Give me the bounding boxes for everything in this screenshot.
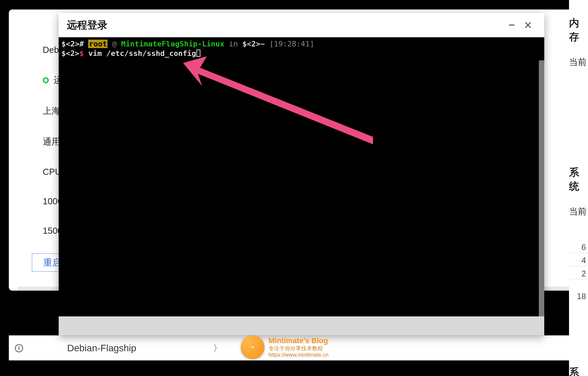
right-metrics-panel: 内存 当前 系统 当前 6 4 2 18 系统 bbox=[569, 0, 588, 376]
close-button[interactable] bbox=[520, 17, 536, 33]
prompt-in: in bbox=[224, 40, 242, 48]
modal-footer bbox=[59, 316, 544, 335]
close-icon bbox=[524, 21, 532, 29]
terminal-cursor-icon bbox=[196, 49, 200, 57]
right-n4: 18 bbox=[569, 289, 588, 302]
modal-title: 远程登录 bbox=[67, 18, 107, 32]
right-n1: 6 bbox=[569, 240, 588, 253]
right-r1: 当前 bbox=[569, 44, 588, 68]
prompt-time: [19:28:41] bbox=[265, 40, 314, 48]
prompt-host: MintimateFlagShip-Linux bbox=[121, 40, 224, 48]
prompt-user: root bbox=[88, 40, 107, 48]
terminal-command: vim /etc/ssh/sshd_config bbox=[84, 49, 196, 58]
prompt-at: @ bbox=[107, 40, 121, 48]
modal-header: 远程登录 bbox=[59, 13, 544, 37]
right-h3: 系统 bbox=[569, 363, 588, 376]
right-numbers: 6 4 2 18 bbox=[569, 240, 588, 302]
info-icon: i bbox=[15, 344, 23, 352]
minimize-button[interactable] bbox=[504, 17, 520, 33]
right-n3: 2 bbox=[569, 266, 588, 279]
terminal-line-2: $<2>$ vim /etc/ssh/sshd_config bbox=[61, 49, 542, 58]
right-h1: 内存 bbox=[569, 14, 588, 44]
bottom-status-text: Debian-Flagship bbox=[67, 343, 136, 354]
prompt-lead-1: $<2># bbox=[61, 40, 84, 48]
status-running-icon bbox=[43, 77, 49, 83]
prompt-cwd: $<2>~ bbox=[242, 40, 265, 48]
right-h2: 系统 bbox=[569, 163, 588, 193]
right-n2: 4 bbox=[569, 253, 588, 266]
remote-login-modal: 远程登录 $<2># root @ MintimateFlagShip-Linu… bbox=[59, 13, 544, 335]
terminal-line-1: $<2># root @ MintimateFlagShip-Linux in … bbox=[61, 39, 542, 49]
prompt-dollar: $ bbox=[79, 49, 84, 58]
minimize-icon bbox=[508, 21, 516, 29]
prompt-lead-2: $<2> bbox=[61, 49, 79, 58]
right-r2: 当前 bbox=[569, 193, 588, 217]
terminal-scrollbar[interactable] bbox=[539, 60, 544, 316]
terminal-viewport[interactable]: $<2># root @ MintimateFlagShip-Linux in … bbox=[59, 37, 544, 316]
breadcrumb-chevron-icon: 〉 bbox=[213, 342, 222, 355]
bottom-status-bar: i Debian-Flagship 〉 bbox=[9, 335, 580, 360]
